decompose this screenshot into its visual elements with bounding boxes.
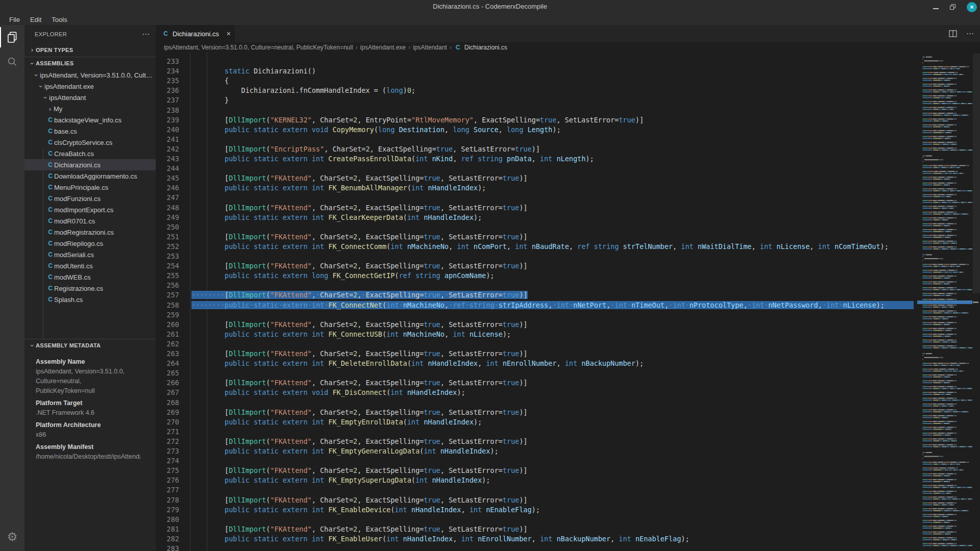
code-line-236[interactable]: 236 Dichiarazioni.fnCommHandleIndex = (l…	[156, 86, 980, 95]
explorer-tab-icon[interactable]	[0, 25, 24, 49]
breadcrumb-module[interactable]: ipsAttendant.exe	[360, 44, 406, 51]
tree-item-clscryptoservice-cs[interactable]: CclsCryptoService.cs	[24, 137, 156, 148]
code-line-276[interactable]: 276 public static extern int FK_EmptySup…	[156, 475, 980, 485]
assemblies-section[interactable]: › ASSEMBLIES	[24, 57, 156, 69]
tree-item-modseriali-cs[interactable]: CmodSeriali.cs	[24, 249, 156, 260]
breadcrumb-namespace[interactable]: ipsAttendant	[413, 44, 447, 51]
code-line-246[interactable]: 246 public static extern int FK_BenumbAl…	[156, 183, 980, 193]
code-line-279[interactable]: 279 public static extern int FK_EnableDe…	[156, 505, 980, 515]
code-line-253[interactable]: 253	[156, 252, 980, 261]
code-line-252[interactable]: 252 public static extern int FK_ConnectC…	[156, 242, 980, 252]
code-line-283[interactable]: 283	[156, 544, 980, 551]
code-line-280[interactable]: 280	[156, 515, 980, 524]
assembly-metadata-section[interactable]: › ASSEMBLY METADATA	[24, 339, 156, 352]
tree-item-modimportexport-cs[interactable]: CmodImportExport.cs	[24, 204, 156, 215]
code-token	[694, 242, 698, 251]
code-line-268[interactable]: 268	[156, 398, 980, 408]
code-line-254[interactable]: 254 [DllImport("FKAttend", CharSet=2, Ex…	[156, 261, 980, 271]
code-token: );	[474, 418, 482, 426]
restore-icon[interactable]	[950, 4, 955, 10]
close-icon[interactable]: ×	[967, 2, 977, 12]
more-actions-icon[interactable]: ⋯	[966, 29, 974, 38]
more-actions-icon[interactable]: ⋯	[142, 30, 150, 39]
code-line-256[interactable]: 256	[156, 281, 980, 290]
code-line-261[interactable]: 261 public static extern int FK_ConnectU…	[156, 330, 980, 339]
code-line-239[interactable]: 239 [DllImport("KERNEL32", CharSet=2, En…	[156, 115, 980, 125]
tree-item-modutenti-cs[interactable]: CmodUtenti.cs	[24, 260, 156, 271]
code-line-273[interactable]: 273 public static extern int FK_EmptyGen…	[156, 446, 980, 456]
tree-item-ipsattendant-exe[interactable]: ›ipsAttendant.exe	[24, 81, 156, 92]
code-line-237[interactable]: 237 }	[156, 95, 980, 105]
breadcrumb-sep-icon: ›	[356, 44, 358, 51]
code-line-262[interactable]: 262	[156, 339, 980, 349]
tree-item-splash-cs[interactable]: CSplash.cs	[24, 294, 156, 305]
code-line-267[interactable]: 267 public static extern void FK_DisConn…	[156, 388, 980, 397]
code-line-235[interactable]: 235 {	[156, 76, 980, 86]
tree-item-modriepilogo-cs[interactable]: CmodRiepilogo.cs	[24, 238, 156, 249]
code-line-266[interactable]: 266 [DllImport("FKAttend", CharSet=2, Ex…	[156, 378, 980, 388]
tree-item-modregistrazioni-cs[interactable]: CmodRegistrazioni.cs	[24, 227, 156, 238]
code-line-233[interactable]: 233	[156, 57, 980, 66]
minimize-icon[interactable]	[933, 8, 939, 9]
editor-scrollbar[interactable]	[973, 54, 980, 293]
tree-item-modfunzioni-cs[interactable]: CmodFunzioni.cs	[24, 193, 156, 204]
menu-edit[interactable]: Edit	[25, 14, 46, 25]
code-line-258[interactable]: 258········public·static·extern·int·FK_C…	[156, 300, 980, 310]
breadcrumb-file[interactable]: Dichiarazioni.cs	[464, 44, 507, 51]
code-line-264[interactable]: 264 public static extern int FK_DeleteEn…	[156, 359, 980, 368]
code-line-282[interactable]: 282 public static extern int FK_EnableUs…	[156, 534, 980, 544]
code-line-238[interactable]: 238	[156, 106, 980, 115]
tree-item-dichiarazioni-cs[interactable]: CDichiarazioni.cs	[24, 159, 156, 170]
search-tab-icon[interactable]	[0, 49, 24, 74]
code-line-251[interactable]: 251 [DllImport("FKAttend", CharSet=2, Ex…	[156, 232, 980, 242]
code-line-240[interactable]: 240 public static extern void CopyMemory…	[156, 125, 980, 135]
tree-item-ipsattendant-version-3-51-0-0-[interactable]: ›ipsAttendant, Version=3.51.0.0, Culture…	[24, 69, 156, 81]
code-line-272[interactable]: 272 [DllImport("FKAttend", CharSet=2, Ex…	[156, 437, 980, 446]
code-line-274[interactable]: 274	[156, 456, 980, 466]
tree-item-modr0701-cs[interactable]: CmodR0701.cs	[24, 215, 156, 227]
menu-file[interactable]: File	[4, 14, 25, 25]
code-line-277[interactable]: 277	[156, 485, 980, 495]
tree-item-ipsattendant[interactable]: ›ipsAttendant	[24, 92, 156, 103]
tree-item-menuprincipale-cs[interactable]: CMenuPrincipale.cs	[24, 182, 156, 193]
tree-item-backstageview-info-cs[interactable]: CbackstageView_info.cs	[24, 114, 156, 126]
tree-item-my[interactable]: ›My	[24, 103, 156, 114]
code-line-234[interactable]: 234 static Dichiarazioni()	[156, 66, 980, 76]
code-line-260[interactable]: 260 [DllImport("FKAttend", CharSet=2, Ex…	[156, 320, 980, 330]
code-line-263[interactable]: 263 [DllImport("FKAttend", CharSet=2, Ex…	[156, 349, 980, 359]
code-line-241[interactable]: 241	[156, 135, 980, 144]
code-line-257[interactable]: 257········[DllImport("FKAttend",·CharSe…	[156, 290, 980, 300]
tab-close-icon[interactable]: ×	[227, 30, 231, 38]
code-line-242[interactable]: 242 [DllImport("EncriptPass", CharSet=2,…	[156, 144, 980, 154]
split-editor-icon[interactable]	[949, 30, 957, 38]
tree-item-modweb-cs[interactable]: CmodWEB.cs	[24, 271, 156, 283]
open-types-section[interactable]: › OPEN TYPES	[24, 43, 156, 57]
code-line-270[interactable]: 270 public static extern int FK_EmptyEnr…	[156, 417, 980, 427]
code-line-271[interactable]: 271	[156, 427, 980, 437]
code-line-243[interactable]: 243 public static extern int CreatePassE…	[156, 154, 980, 164]
code-line-250[interactable]: 250	[156, 222, 980, 232]
code-line-248[interactable]: 248 [DllImport("FKAttend", CharSet=2, Ex…	[156, 203, 980, 213]
code-line-275[interactable]: 275 [DllImport("FKAttend", CharSet=2, Ex…	[156, 466, 980, 475]
code-line-278[interactable]: 278 [DllImport("FKAttend", CharSet=2, Ex…	[156, 495, 980, 505]
menu-tools[interactable]: Tools	[46, 14, 72, 25]
code-line-249[interactable]: 249 public static extern int FK_ClearKee…	[156, 213, 980, 222]
manage-button[interactable]: ⚙	[0, 525, 24, 548]
tree-item-base-cs[interactable]: Cbase.cs	[24, 126, 156, 137]
code-line-244[interactable]: 244	[156, 164, 980, 173]
code-line-269[interactable]: 269 [DllImport("FKAttend", CharSet=2, Ex…	[156, 408, 980, 417]
code-editor[interactable]: 233234 static Dichiarazioni()235 {236 Di…	[156, 53, 980, 551]
code-token: 0	[407, 86, 411, 94]
code-line-265[interactable]: 265	[156, 368, 980, 378]
tree-item-registrazione-cs[interactable]: CRegistrazione.cs	[24, 283, 156, 294]
code-line-247[interactable]: 247	[156, 193, 980, 203]
code-line-255[interactable]: 255 public static extern long FK_Connect…	[156, 271, 980, 281]
code-line-259[interactable]: 259	[156, 310, 980, 320]
tree-item-downloadaggiornamento-cs[interactable]: CDownloadAggiornamento.cs	[24, 170, 156, 182]
tree-item-creabatch-cs[interactable]: CCreaBatch.cs	[24, 148, 156, 159]
line-number: 249	[156, 213, 179, 222]
breadcrumb-assembly[interactable]: ipsAttendant, Version=3.51.0.0, Culture=…	[164, 44, 353, 51]
tab-dichiarazioni[interactable]: C Dichiarazioni.cs ×	[156, 25, 235, 42]
code-line-245[interactable]: 245 [DllImport("FKAttend", CharSet=2, Ex…	[156, 173, 980, 183]
code-line-281[interactable]: 281 [DllImport("FKAttend", CharSet=2, Ex…	[156, 524, 980, 534]
